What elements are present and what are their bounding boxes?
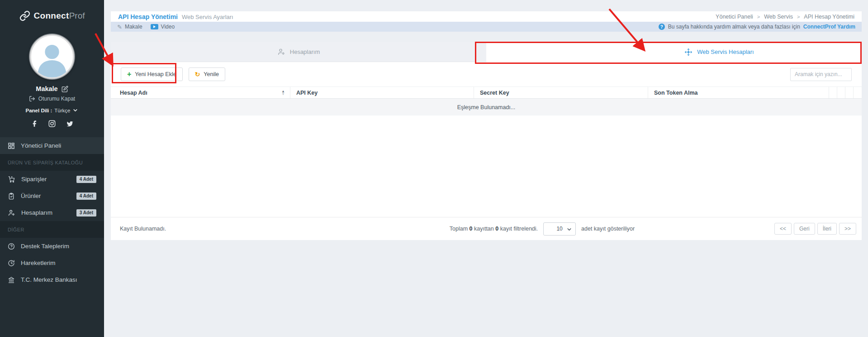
twitter-icon[interactable] (66, 120, 74, 127)
nav-label: Destek Taleplerim (21, 243, 69, 250)
tab-bar: Hesaplarım Web Servis Hesapları (111, 42, 862, 62)
column-header-empty (829, 87, 837, 98)
chevron-down-icon (566, 226, 572, 232)
page-size-value: 10 (556, 226, 562, 232)
video-link-label: Video (161, 24, 175, 30)
nav-label: Siparişler (21, 176, 47, 183)
column-header-hesap-adi[interactable]: Hesap Adı ▴ ▾ (111, 87, 290, 98)
table-body (111, 116, 862, 217)
sidebar-item-urunler[interactable]: Ürünler 4 Adet (0, 188, 104, 204)
toolbar: + Yeni Hesap Ekle ↻ Yenile (111, 62, 862, 87)
pagination-next-button[interactable]: İleri (817, 223, 837, 235)
refresh-button[interactable]: ↻ Yenile (189, 67, 225, 81)
tab-hesaplarim[interactable]: Hesaplarım (111, 42, 486, 62)
column-header-secret-key[interactable]: Secret Key (474, 87, 648, 98)
per-page-text: adet kayıt gösteriliyor (581, 226, 635, 232)
breadcrumb: Yönetici Paneli > Web Servis > API Hesap… (716, 14, 854, 20)
record-summary: Toplam 0 kayıttan 0 kayıt filtrelendi. (450, 226, 538, 232)
help-bar: ✎ Makale Video ? Bu sayfa hakkında yardı… (111, 22, 862, 32)
sidebar: ConnectProf Makale Oturumu Kapat Panel D… (0, 0, 104, 337)
user-gear-icon (277, 48, 285, 56)
app-root: { "sidebar": { "logo": { "bold": "Connec… (0, 0, 868, 337)
breadcrumb-item-yonetici-paneli[interactable]: Yönetici Paneli (716, 14, 753, 20)
nav-label: Ürünler (21, 193, 41, 199)
pagination: << Geri İleri >> (774, 223, 856, 235)
breadcrumb-separator: > (757, 14, 760, 19)
sort-icon[interactable]: ▴ ▾ (282, 90, 284, 96)
pagination-prev-button[interactable]: Geri (794, 223, 815, 235)
logout-button[interactable]: Oturumu Kapat (0, 96, 104, 102)
history-icon (8, 260, 15, 267)
language-value: Türkçe (54, 108, 70, 113)
sidebar-item-hareketlerim[interactable]: Hareketlerim (0, 255, 104, 271)
column-label: API Key (296, 90, 318, 96)
app-logo[interactable]: ConnectProf (0, 0, 104, 24)
clipboard-check-icon (8, 193, 15, 200)
article-link[interactable]: ✎ Makale (117, 24, 142, 30)
column-header-api-key[interactable]: API Key (290, 87, 474, 98)
user-gear-icon (8, 209, 15, 217)
column-header-empty (845, 87, 854, 98)
sidebar-item-destek-taleplerim[interactable]: Destek Taleplerim (0, 238, 104, 255)
column-header-empty (837, 87, 845, 98)
sidebar-item-siparisler[interactable]: Siparişler 4 Adet (0, 171, 104, 188)
nav-label: Hareketlerim (21, 260, 56, 266)
page-title-main: API Hesap Yönetimi (118, 13, 178, 20)
sidebar-item-hesaplarim[interactable]: Hesaplarım 3 Adet (0, 204, 104, 221)
help-question-icon: ? (659, 24, 665, 30)
sidebar-item-yonetici-paneli[interactable]: Yönetici Paneli (0, 137, 104, 154)
add-account-button[interactable]: + Yeni Hesap Ekle (121, 67, 183, 81)
edit-profile-icon[interactable] (62, 86, 68, 92)
breadcrumb-separator: > (797, 14, 800, 19)
page-header: API Hesap Yönetimi Web Servis Ayarları Y… (111, 11, 862, 22)
tab-label: Hesaplarım (290, 48, 320, 55)
panel-language-select[interactable]: Panel Dili : Türkçe (0, 107, 104, 113)
video-link[interactable]: Video (151, 24, 175, 30)
nav-label: T.C. Merkez Bankası (21, 276, 77, 283)
breadcrumb-item-api-hesap-yonetimi: API Hesap Yönetimi (804, 14, 854, 20)
column-label: Son Token Alma (654, 90, 698, 96)
sidebar-nav: Yönetici Paneli ÜRÜN VE SİPARİŞ KATALOĞU… (0, 137, 104, 288)
plus-icon: + (127, 71, 131, 78)
page-title-sub: Web Servis Ayarları (182, 14, 233, 20)
search-input[interactable] (790, 68, 852, 81)
table-footer: Kayıt Bulunamadı. Toplam 0 kayıttan 0 ka… (111, 217, 862, 240)
pencil-icon: ✎ (117, 24, 122, 30)
add-account-label: Yeni Hesap Ekle (135, 71, 176, 77)
instagram-icon[interactable] (48, 120, 56, 127)
chain-link-icon (19, 10, 30, 21)
bank-icon (8, 276, 15, 284)
breadcrumb-item-web-servis[interactable]: Web Servis (764, 14, 793, 20)
column-header-son-token-alma[interactable]: Son Token Alma (648, 87, 829, 98)
nav-label: Yönetici Paneli (21, 142, 61, 149)
section-label: DİĞER (8, 227, 24, 232)
chevron-down-icon (72, 107, 78, 113)
page-size-select[interactable]: 10 (543, 222, 576, 236)
cart-icon (8, 176, 15, 183)
pagination-last-button[interactable]: >> (839, 223, 856, 235)
count-badge: 4 Adet (76, 193, 96, 200)
total-count: 0 (470, 226, 473, 232)
logout-label: Oturumu Kapat (38, 96, 75, 102)
facebook-icon[interactable] (31, 120, 38, 127)
column-label: Hesap Adı (120, 90, 147, 96)
tab-web-servis-hesaplari[interactable]: Web Servis Hesapları (486, 42, 862, 62)
page-title: API Hesap Yönetimi Web Servis Ayarları (118, 13, 233, 20)
sidebar-item-tc-merkez-bankasi[interactable]: T.C. Merkez Bankası (0, 271, 104, 288)
main-panel: Hesaplarım Web Servis Hesapları + Yeni H… (111, 42, 862, 240)
avatar[interactable] (30, 34, 74, 79)
logout-icon (29, 96, 35, 102)
user-name: Makale (36, 85, 57, 92)
dashboard-grid-icon (8, 142, 15, 149)
refresh-icon: ↻ (195, 71, 200, 77)
section-label: ÜRÜN VE SİPARİŞ KATALOĞU (8, 160, 83, 165)
column-label: Secret Key (480, 90, 509, 96)
connectprof-help-link[interactable]: ConnectProf Yardım (803, 24, 855, 30)
question-circle-icon (8, 243, 15, 250)
move-arrows-icon (684, 48, 693, 56)
refresh-label: Yenile (204, 71, 219, 77)
count-badge: 3 Adet (76, 209, 96, 217)
pagination-first-button[interactable]: << (774, 223, 792, 235)
count-badge: 4 Adet (76, 176, 96, 183)
logo-text-bold: Connect (34, 11, 69, 20)
